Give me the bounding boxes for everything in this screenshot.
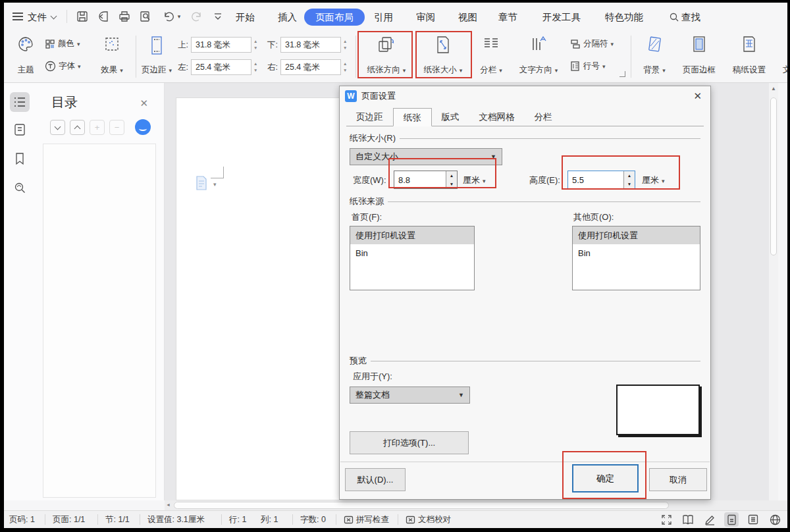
doc-options-icon[interactable]	[195, 176, 208, 190]
fullscreen-icon[interactable]	[659, 512, 673, 527]
grid-paper-button[interactable]: 稿纸设置	[725, 34, 773, 78]
list-item[interactable]: Bin	[573, 244, 700, 262]
print-icon[interactable]	[116, 8, 133, 25]
hamburger-icon[interactable]	[9, 8, 26, 25]
width-unit-dropdown[interactable]: 厘米▾	[463, 174, 486, 186]
margin-top-field[interactable]: 上: 31.8 毫米 ▲▼	[178, 37, 257, 53]
scroll-up-icon[interactable]: ▲	[769, 83, 778, 92]
spell-check-button[interactable]: 拼写检查	[344, 514, 389, 525]
spinner-icon: ▲▼	[343, 62, 347, 72]
margin-left-field[interactable]: 左: 25.4 毫米 ▲▼	[178, 59, 257, 75]
dialog-tab-margins[interactable]: 页边距	[346, 108, 393, 126]
theme-button[interactable]: 主题	[11, 34, 41, 78]
cancel-button[interactable]: 取消	[649, 468, 707, 491]
font-button[interactable]: 字体▾	[45, 61, 81, 72]
toc-zoom-in-icon[interactable]: +	[90, 120, 105, 135]
pen-tool-icon[interactable]	[702, 512, 717, 527]
tab-page-layout[interactable]: 页面布局	[304, 9, 365, 26]
group-dialog-launcher-icon[interactable]	[619, 71, 625, 77]
separator-icon	[570, 39, 581, 49]
file-menu[interactable]: 文件	[28, 9, 56, 26]
background-button[interactable]: 背景▾	[636, 34, 673, 78]
horizontal-scroll-thumb[interactable]	[174, 502, 669, 509]
tab-developer[interactable]: 开发工具	[542, 9, 581, 26]
text-direction-button[interactable]: 文字方向▾	[513, 34, 564, 78]
tab-insert[interactable]: 插入	[278, 9, 297, 26]
print-preview-icon[interactable]	[137, 8, 154, 25]
horizontal-scrollbar[interactable]: ◄	[165, 500, 787, 510]
export-icon[interactable]	[95, 8, 112, 25]
customize-toolbar-icon[interactable]	[209, 8, 226, 25]
toc-close-icon[interactable]: ✕	[140, 97, 148, 109]
vertical-scroll-thumb[interactable]	[770, 97, 777, 255]
doc-options-caret-icon[interactable]: ▾	[213, 181, 217, 188]
dialog-close-icon[interactable]: ✕	[693, 90, 702, 102]
dialog-titlebar[interactable]: W 页面设置	[340, 86, 710, 106]
web-view-icon[interactable]	[768, 512, 782, 527]
save-icon[interactable]	[74, 8, 91, 25]
tab-view[interactable]: 视图	[458, 9, 477, 26]
outline-view-icon[interactable]	[746, 512, 760, 527]
dialog-tab-columns[interactable]: 分栏	[525, 108, 562, 126]
assistant-icon[interactable]	[135, 119, 151, 135]
height-spinner[interactable]: ▲▼	[623, 171, 635, 188]
toc-expand-icon[interactable]	[70, 120, 85, 135]
margin-right-field[interactable]: 右: 25.4 毫米 ▲▼	[267, 59, 347, 75]
scroll-left-icon[interactable]: ◄	[166, 502, 171, 507]
height-unit-dropdown[interactable]: 厘米▾	[642, 174, 665, 186]
tab-review[interactable]: 审阅	[416, 9, 435, 26]
write-mode-icon[interactable]	[724, 512, 739, 527]
columns-button[interactable]: 分栏▾	[472, 34, 510, 78]
status-page: 页面: 1/1	[53, 514, 85, 525]
read-mode-icon[interactable]	[681, 512, 695, 527]
tab-home[interactable]: 开始	[236, 9, 255, 26]
doc-proof-button[interactable]: 文档校对	[406, 514, 451, 525]
toc-zoom-out-icon[interactable]: −	[109, 120, 124, 135]
paper-size-dropdown[interactable]: 自定义大小▼	[350, 148, 502, 165]
search-panel-icon[interactable]	[10, 178, 30, 198]
find-button[interactable]: 查找	[669, 9, 700, 26]
clipped-button[interactable]: 文	[777, 34, 787, 78]
dialog-tab-layout[interactable]: 版式	[432, 108, 469, 126]
paper-size-icon	[434, 36, 452, 54]
tab-references[interactable]: 引用	[374, 9, 393, 26]
dialog-tab-paper[interactable]: 纸张	[393, 108, 432, 126]
vertical-scrollbar[interactable]: ▲	[769, 83, 778, 500]
toc-collapse-icon[interactable]	[50, 120, 65, 135]
dialog-tab-doc-grid[interactable]: 文档网格	[469, 108, 525, 126]
tab-special-features[interactable]: 特色功能	[605, 9, 643, 26]
width-spinner[interactable]: ▲▼	[446, 171, 457, 188]
first-page-label: 首页(F):	[352, 211, 382, 223]
toc-panel-icon[interactable]	[10, 92, 30, 112]
redo-icon[interactable]	[188, 8, 205, 25]
effect-button[interactable]: 效果▾	[95, 34, 129, 78]
undo-icon[interactable]: ▾	[159, 8, 183, 25]
margin-bottom-field[interactable]: 下: 31.8 毫米 ▲▼	[267, 37, 347, 53]
margins-button[interactable]: 页边距▾	[138, 34, 175, 78]
height-label: 高度(E):	[529, 174, 560, 186]
first-page-listbox[interactable]: 使用打印机设置 Bin	[350, 226, 475, 290]
default-button[interactable]: 默认(D)...	[345, 468, 406, 491]
color-button[interactable]: 颜色▾	[45, 38, 80, 49]
ok-button[interactable]: 确定	[572, 464, 639, 492]
list-item[interactable]: 使用打印机设置	[573, 226, 700, 244]
tab-section[interactable]: 章节	[498, 9, 517, 26]
list-item[interactable]: 使用打印机设置	[350, 226, 474, 244]
status-page-number: 页码: 1	[9, 514, 35, 525]
toc-empty-list[interactable]	[43, 144, 156, 498]
apply-to-dropdown[interactable]: 整篇文档▼	[350, 386, 470, 404]
print-options-button[interactable]: 打印选项(T)...	[350, 431, 469, 454]
paper-orientation-button[interactable]: 纸张方向▾	[360, 34, 413, 78]
page-border-button[interactable]: 页面边框	[675, 34, 723, 78]
other-pages-listbox[interactable]: 使用打印机设置 Bin	[572, 226, 700, 290]
list-item[interactable]: Bin	[350, 244, 474, 262]
paper-size-button[interactable]: 纸张大小▾	[417, 34, 469, 78]
separator-button[interactable]: 分隔符▾	[570, 38, 614, 49]
line-number-button[interactable]: 行号▾	[570, 61, 606, 72]
status-setting-value: 设置值: 3.1厘米	[147, 514, 205, 525]
notes-panel-icon[interactable]	[10, 120, 30, 140]
bookmark-panel-icon[interactable]	[10, 149, 30, 169]
height-input[interactable]: 5.5 ▲▼	[567, 171, 635, 189]
wps-logo-icon: W	[345, 90, 357, 102]
width-input[interactable]: 8.8 ▲▼	[394, 171, 458, 189]
